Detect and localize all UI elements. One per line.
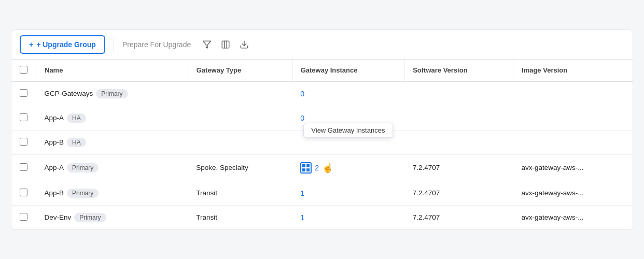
row-name: App-A xyxy=(45,164,64,171)
row-gateway-instance: 0 xyxy=(292,81,404,106)
row-checkbox[interactable] xyxy=(20,113,27,121)
row-gateway-type: Transit xyxy=(188,181,292,205)
row-checkbox[interactable] xyxy=(20,89,27,97)
row-badge: Primary xyxy=(96,89,128,98)
plus-icon: + xyxy=(29,40,33,49)
filter-icon[interactable] xyxy=(201,39,213,50)
row-checkbox[interactable] xyxy=(20,213,27,221)
row-checkbox[interactable] xyxy=(20,138,27,146)
row-checkbox-cell xyxy=(11,154,36,181)
svg-rect-1 xyxy=(222,41,229,48)
row-software-version xyxy=(404,81,513,106)
row-gateway-instance: 2 ☝ xyxy=(292,154,404,181)
svg-rect-8 xyxy=(306,168,310,171)
row-gateway-type xyxy=(188,81,292,106)
row-name: GCP-Gateways xyxy=(45,90,93,97)
row-name-cell: App-B Primary xyxy=(36,181,188,205)
row-image-version: avx-gateway-aws-... xyxy=(513,181,633,205)
header-name: Name xyxy=(36,60,188,82)
upgrade-group-label: + Upgrade Group xyxy=(36,40,96,49)
row-name-cell: App-A Primary xyxy=(36,154,188,181)
row-badge: Primary xyxy=(67,163,99,172)
row-gateway-instance-cell: View Gateway Instances xyxy=(292,130,404,154)
row-gateway-type xyxy=(188,130,292,154)
row-badge: Primary xyxy=(67,189,99,198)
svg-rect-6 xyxy=(306,164,310,167)
row-software-version: 7.2.4707 xyxy=(404,205,513,229)
table-row: Dev-Env Primary Transit 1 7.2.4707 avx-g… xyxy=(11,205,633,229)
header-image-version: Image Version xyxy=(513,60,633,82)
svg-rect-5 xyxy=(302,164,305,167)
toolbar-icon-group xyxy=(201,39,250,50)
row-software-version: 7.2.4707 xyxy=(404,154,513,181)
instance-count-link[interactable]: 2 xyxy=(315,164,319,172)
gateways-table: Name Gateway Type Gateway Instance Softw… xyxy=(11,60,633,229)
row-badge: Primary xyxy=(74,213,106,222)
header-software-version: Software Version xyxy=(404,60,513,82)
row-gateway-type xyxy=(188,106,292,130)
grid-view-icon[interactable] xyxy=(300,162,312,174)
row-gateway-type: Spoke, Specialty xyxy=(188,154,292,181)
svg-marker-0 xyxy=(203,41,211,48)
upgrade-group-button[interactable]: + + Upgrade Group xyxy=(20,35,105,54)
row-badge: HA xyxy=(67,113,86,123)
row-checkbox-cell xyxy=(11,181,36,205)
instance-count-link[interactable]: 0 xyxy=(300,90,304,98)
select-all-checkbox[interactable] xyxy=(20,66,27,74)
table-wrapper: Name Gateway Type Gateway Instance Softw… xyxy=(11,60,633,229)
row-image-version xyxy=(513,130,633,154)
view-gateway-instances-tooltip: View Gateway Instances xyxy=(303,123,393,138)
row-gateway-type: Transit xyxy=(188,205,292,229)
toolbar-divider xyxy=(114,37,114,52)
row-checkbox-cell xyxy=(11,106,36,130)
row-image-version: avx-gateway-aws-... xyxy=(513,205,633,229)
prepare-for-upgrade-button[interactable]: Prepare For Upgrade xyxy=(122,40,191,49)
row-checkbox-cell xyxy=(11,205,36,229)
row-name-cell: App-A HA xyxy=(36,106,188,130)
row-name: App-B xyxy=(45,138,64,146)
main-container: + + Upgrade Group Prepare For Upgrade xyxy=(11,30,633,230)
row-name: App-B xyxy=(45,189,64,197)
instance-count-link[interactable]: 1 xyxy=(300,189,304,197)
row-checkbox-cell xyxy=(11,130,36,154)
header-gateway-instance: Gateway Instance xyxy=(292,60,404,82)
row-name: App-A xyxy=(45,114,64,122)
instance-count-link[interactable]: 1 xyxy=(300,213,304,222)
cursor-pointer-icon: ☝ xyxy=(322,163,333,172)
row-badge: HA xyxy=(67,138,86,147)
table-header-row: Name Gateway Type Gateway Instance Softw… xyxy=(11,60,633,82)
row-gateway-instance: 1 xyxy=(292,181,404,205)
table-row: App-B HA View Gateway Instances xyxy=(11,130,633,154)
row-image-version xyxy=(513,81,633,106)
row-name-cell: App-B HA xyxy=(36,130,188,154)
row-checkbox[interactable] xyxy=(20,189,27,196)
header-checkbox-cell xyxy=(11,60,36,82)
row-name: Dev-Env xyxy=(45,213,72,221)
row-image-version: avx-gateway-aws-... xyxy=(513,154,633,181)
row-checkbox-cell xyxy=(11,81,36,106)
table-row: App-A Primary Spoke, Specialty xyxy=(11,154,633,181)
row-software-version xyxy=(404,106,513,130)
row-checkbox[interactable] xyxy=(20,163,27,171)
columns-icon[interactable] xyxy=(220,39,231,50)
row-name-cell: GCP-Gateways Primary xyxy=(36,81,188,106)
row-software-version: 7.2.4707 xyxy=(404,181,513,205)
row-gateway-instance: 1 xyxy=(292,205,404,229)
row-name-cell: Dev-Env Primary xyxy=(36,205,188,229)
svg-rect-7 xyxy=(302,168,305,171)
header-gateway-type: Gateway Type xyxy=(188,60,292,82)
row-software-version xyxy=(404,130,513,154)
instance-count-link[interactable]: 0 xyxy=(300,114,304,122)
table-row: App-B Primary Transit 1 7.2.4707 avx-gat… xyxy=(11,181,633,205)
download-icon[interactable] xyxy=(239,39,250,50)
table-row: GCP-Gateways Primary 0 xyxy=(11,81,633,106)
toolbar: + + Upgrade Group Prepare For Upgrade xyxy=(11,30,633,60)
row-image-version xyxy=(513,106,633,130)
